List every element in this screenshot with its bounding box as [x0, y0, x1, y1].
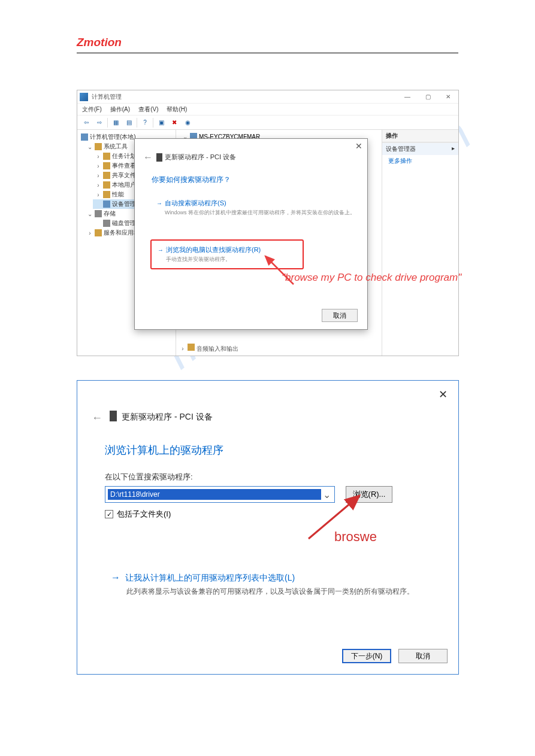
expand-icon[interactable]: ›	[95, 153, 101, 160]
stop-icon[interactable]: ✖	[169, 117, 180, 128]
path-combobox[interactable]: D:\rt1118\driver ⌄	[105, 486, 335, 503]
collapse-icon[interactable]: ⌄	[87, 211, 93, 217]
expand-icon[interactable]: ›	[95, 182, 101, 189]
folder-icon	[103, 153, 110, 160]
tree-perf[interactable]: 性能	[112, 190, 124, 199]
opt-sub: 此列表将显示与该设备兼容的可用驱动程序，以及与该设备属于同一类别的所有驱动程序。	[126, 586, 434, 597]
folder-icon	[95, 229, 102, 236]
menu-help[interactable]: 帮助(H)	[167, 105, 187, 114]
toolbar: ⇦ ⇨ ▦ ▤ ? ▣ ✖ ◉	[77, 116, 458, 130]
audio-icon	[188, 344, 195, 351]
checkbox-checked-icon: ✓	[105, 510, 113, 518]
annotation-text-1: "browse my PC to check drive program"	[282, 272, 461, 284]
dialog-title: 更新驱动程序 - PCI 设备	[122, 412, 213, 423]
device-audio[interactable]: 音频输入和输出	[197, 345, 238, 352]
disk-icon	[103, 220, 110, 227]
browse-driver-dialog: ✕ ← 更新驱动程序 - PCI 设备 浏览计算机上的驱动程序 在以下位置搜索驱…	[77, 380, 459, 675]
update-driver-dialog: ✕ ← 更新驱动程序 - PCI 设备 你要如何搜索驱动程序？ →自动搜索驱动程…	[134, 138, 368, 330]
computer-management-window: 计算机管理 — ▢ ✕ 文件(F) 操作(A) 查看(V) 帮助(H) ⇦ ⇨ …	[77, 90, 459, 356]
menu-action[interactable]: 操作(A)	[110, 105, 130, 114]
dialog-title: 更新驱动程序 - PCI 设备	[165, 153, 236, 160]
option-pick-from-list[interactable]: →让我从计算机上的可用驱动程序列表中选取(L) 此列表将显示与该设备兼容的可用驱…	[111, 572, 434, 597]
back-icon[interactable]: ←	[92, 412, 102, 424]
brand-logo: Zmotion	[77, 36, 458, 49]
arrow-icon: →	[158, 247, 164, 253]
browse-button[interactable]: 浏览(R)...	[346, 486, 392, 503]
opt-b-title: 浏览我的电脑以查找驱动程序(R)	[166, 246, 261, 253]
actions-device-mgr[interactable]: 设备管理器	[386, 145, 416, 153]
more-actions-link[interactable]: 更多操作	[382, 155, 458, 167]
expand-icon[interactable]: ›	[180, 345, 186, 352]
maximize-button[interactable]: ▢	[418, 90, 438, 104]
chevron-down-icon[interactable]: ⌄	[321, 489, 332, 500]
expand-icon[interactable]: ›	[87, 230, 93, 236]
header-rule	[77, 53, 458, 53]
close-button[interactable]: ✕	[438, 90, 458, 104]
device-mgr-icon	[103, 201, 110, 208]
help-icon[interactable]: ?	[140, 117, 150, 128]
tool-icon[interactable]: ▦	[110, 117, 121, 128]
arrow-icon: →	[156, 200, 162, 207]
close-icon[interactable]: ✕	[439, 388, 448, 401]
device-icon	[110, 411, 117, 421]
cancel-button[interactable]: 取消	[322, 309, 358, 322]
tool-icon[interactable]: ◉	[182, 117, 193, 128]
checkbox-label: 包括子文件夹(I)	[117, 509, 171, 520]
tree-storage[interactable]: 存储	[104, 210, 116, 218]
storage-icon	[95, 210, 102, 217]
title-bar: 计算机管理 — ▢ ✕	[77, 90, 458, 104]
arrow-icon: →	[111, 572, 120, 582]
option-auto-search[interactable]: →自动搜索驱动程序(S) Windows 将在你的计算机中搜索最佳可用驱动程序，…	[156, 199, 355, 217]
opt-b-sub: 手动查找并安装驱动程序。	[166, 256, 261, 263]
tree-disk-mgmt[interactable]: 磁盘管理	[112, 219, 136, 227]
folder-icon	[95, 143, 102, 150]
arrow-icon: ▸	[452, 145, 455, 153]
annotation-text-2: broswe	[334, 529, 377, 545]
path-label: 在以下位置搜索驱动程序:	[105, 472, 193, 482]
tree-sys-tools[interactable]: 系统工具	[104, 142, 128, 151]
back-icon[interactable]: ←	[143, 152, 153, 163]
minimize-button[interactable]: —	[397, 90, 418, 104]
actions-pane: 操作 设备管理器▸ 更多操作	[382, 130, 458, 356]
collapse-icon[interactable]: ⌄	[87, 144, 93, 150]
actions-header: 操作	[382, 130, 458, 142]
dialog-heading: 浏览计算机上的驱动程序	[105, 443, 223, 457]
close-icon[interactable]: ✕	[355, 141, 362, 151]
menu-view[interactable]: 查看(V)	[138, 105, 158, 114]
next-button[interactable]: 下一步(N)	[342, 649, 391, 663]
folder-icon	[103, 172, 110, 179]
opt-a-title: 自动搜索驱动程序(S)	[165, 199, 226, 207]
opt-title: 让我从计算机上的可用驱动程序列表中选取(L)	[125, 573, 295, 582]
computer-icon	[81, 133, 88, 141]
expand-icon[interactable]: ›	[95, 192, 101, 198]
tree-root[interactable]: 计算机管理(本地)	[90, 133, 136, 141]
menu-file[interactable]: 文件(F)	[82, 105, 102, 114]
include-subfolders-checkbox[interactable]: ✓ 包括子文件夹(I)	[105, 509, 171, 520]
path-value: D:\rt1118\driver	[108, 489, 321, 500]
dialog-question: 你要如何搜索驱动程序？	[152, 175, 231, 185]
window-title: 计算机管理	[92, 93, 397, 101]
folder-icon	[103, 191, 110, 198]
nav-back-icon[interactable]: ⇦	[81, 117, 92, 128]
app-icon	[80, 93, 88, 101]
tool-icon[interactable]: ▣	[156, 117, 167, 128]
expand-icon[interactable]: ›	[95, 172, 101, 179]
device-icon	[156, 153, 162, 162]
folder-icon	[103, 181, 110, 189]
option-browse-pc[interactable]: →浏览我的电脑以查找驱动程序(R) 手动查找并安装驱动程序。	[150, 239, 304, 269]
nav-fwd-icon[interactable]: ⇨	[94, 117, 105, 128]
tool-icon[interactable]: ▤	[123, 117, 134, 128]
menu-bar: 文件(F) 操作(A) 查看(V) 帮助(H)	[77, 104, 458, 116]
folder-icon	[103, 162, 110, 169]
opt-a-sub: Windows 将在你的计算机中搜索最佳可用驱动程序，并将其安装在你的设备上。	[165, 209, 355, 217]
expand-icon[interactable]: ›	[95, 163, 101, 169]
cancel-button[interactable]: 取消	[398, 649, 448, 663]
